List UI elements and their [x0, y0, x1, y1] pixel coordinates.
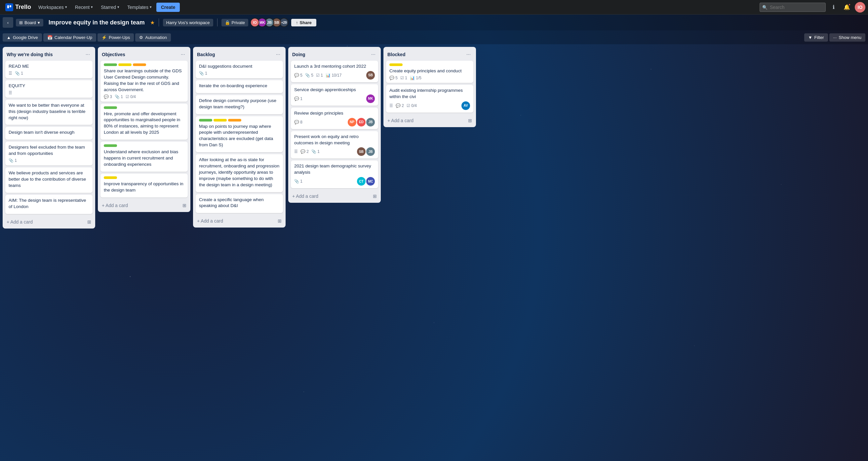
starred-menu-button[interactable]: Starred ▾ [97, 3, 123, 12]
card[interactable]: Audit existing internship programmes wit… [386, 85, 473, 112]
card-meta: 💬 5☑ 1📊 1/5 [390, 76, 422, 80]
card-title: Iterate the on-boarding experience [199, 83, 280, 89]
board-type-label: Board [25, 20, 36, 25]
filter-button[interactable]: ▼ Filter [804, 33, 828, 42]
card[interactable]: READ ME✎☰📎 1 [5, 61, 93, 78]
card[interactable]: Create a specific language when speaking… [196, 194, 283, 213]
back-button[interactable]: ‹ [3, 17, 13, 28]
automation-button[interactable]: ⚙ Automation [135, 33, 171, 42]
card-avatar[interactable]: MC [366, 177, 375, 186]
card-title: Share our learnings outside of the GDS U… [104, 68, 184, 93]
card[interactable]: AIM: The design team is representative o… [5, 195, 93, 214]
powerups-label: Power-Ups [109, 35, 130, 40]
card[interactable]: Service design apprenticeships✎💬 1MK [291, 84, 378, 106]
card-title: We want to be better than everyone at th… [9, 102, 89, 121]
card[interactable]: Designers feel excluded from the team an… [5, 142, 93, 165]
column-menu-button[interactable]: ··· [180, 50, 186, 59]
svg-rect-0 [7, 5, 9, 8]
user-avatar-button[interactable]: IO [855, 2, 865, 12]
card[interactable]: Improve transparency of opportunities in… [100, 174, 188, 197]
board-type-menu-button[interactable]: ⊞ Board ▾ [16, 19, 43, 26]
column-menu-button[interactable]: ··· [84, 50, 91, 59]
column-menu-button[interactable]: ··· [275, 50, 282, 59]
member-avatar[interactable]: IO [250, 18, 259, 27]
column-cards-objectives: Share our learnings outside of the GDS U… [98, 61, 190, 200]
svg-rect-1 [9, 5, 11, 7]
card[interactable]: EQUITY✎☰ [5, 80, 93, 98]
notification-button[interactable]: 🔔 [842, 2, 852, 12]
search-input[interactable] [760, 3, 826, 12]
card[interactable]: We believe products and services are bet… [5, 167, 93, 193]
show-menu-button[interactable]: ··· Show menu [829, 33, 866, 42]
card[interactable]: Iterate the on-boarding experience✎ [196, 80, 283, 93]
share-button[interactable]: ↑ Share [291, 19, 316, 26]
workspaces-menu-button[interactable]: Workspaces ▾ [35, 3, 70, 12]
recent-menu-button[interactable]: Recent ▾ [72, 3, 96, 12]
card[interactable]: Hire, promote and offer development oppo… [100, 104, 188, 140]
card[interactable]: After looking at the as-is state for rec… [196, 154, 283, 192]
card-avatar[interactable]: CT [357, 177, 366, 186]
board-content: Why we're doing this···READ ME✎☰📎 1EQUIT… [0, 44, 868, 461]
add-card-button[interactable]: + Add a card [386, 117, 415, 125]
column-menu-button[interactable]: ··· [465, 50, 472, 59]
card-avatars: SB [366, 71, 375, 79]
card-avatar[interactable]: AV [461, 101, 470, 110]
add-from-template-button[interactable]: ⊞ [372, 192, 378, 200]
card[interactable]: Map on points to journey map where peopl… [196, 116, 283, 153]
card-meta: 📎 1 [294, 179, 303, 184]
add-card-button[interactable]: + Add a card [100, 201, 129, 209]
meta-comment: 💬 3 [104, 94, 112, 99]
powerups-button[interactable]: ⚡ Power-Ups [97, 33, 134, 42]
card[interactable]: Launch a 3rd mentoring cohort 2022✎💬 5📎 … [291, 61, 378, 82]
card-labels [390, 63, 470, 66]
card-avatar[interactable]: ED [357, 118, 366, 127]
card-footer: 💬 3📎 1☑ 0/4 [104, 94, 184, 99]
automation-label: Automation [145, 35, 167, 40]
card[interactable]: We want to be better than everyone at th… [5, 100, 93, 125]
add-from-template-button[interactable]: ⊞ [86, 218, 93, 226]
card[interactable]: Share our learnings outside of the GDS U… [100, 61, 188, 102]
card-avatar[interactable]: JB [366, 147, 375, 156]
meta-progress: 📊 10/17 [326, 73, 341, 77]
card-avatar[interactable]: JB [366, 118, 375, 127]
card[interactable]: Review design principles✎💬 8NPEDJB [291, 108, 378, 129]
card[interactable]: 2021 design team demographic survey anal… [291, 161, 378, 188]
column-cards-blocked: Create equity principles and conduct✎💬 5… [383, 61, 476, 115]
share-label: Share [300, 20, 312, 25]
add-card-button[interactable]: + Add a card [5, 218, 34, 226]
board-star-button[interactable]: ★ [150, 20, 155, 26]
add-from-template-button[interactable]: ⊞ [467, 117, 473, 125]
add-card-button[interactable]: + Add a card [196, 217, 224, 225]
card-avatar[interactable]: NP [348, 118, 356, 127]
card-avatar[interactable]: MK [366, 94, 375, 103]
privacy-button[interactable]: 🔒 Private [221, 19, 248, 26]
card-meta: 📎 1 [9, 158, 17, 163]
card[interactable]: Create equity principles and conduct✎💬 5… [386, 61, 473, 83]
calendar-button[interactable]: 📅 Calendar Power-Up [43, 33, 96, 42]
workspace-button[interactable]: Harry Vos's workspace [163, 19, 213, 26]
meta-checklist: ☰ [9, 91, 12, 95]
meta-checklist-box: ☑ 0/4 [407, 103, 417, 108]
card[interactable]: Understand where exclusion and bias happ… [100, 142, 188, 172]
board-title[interactable]: Improve equity in the design team [46, 18, 148, 27]
card-title: Designers feel excluded from the team an… [9, 144, 89, 157]
app-logo[interactable]: Trello [3, 2, 34, 12]
add-card-button[interactable]: + Add a card [291, 192, 320, 200]
column-menu-button[interactable]: ··· [370, 50, 377, 59]
column-objectives: Objectives···Share our learnings outside… [98, 47, 190, 212]
meta-progress: 📊 1/5 [410, 76, 422, 80]
card[interactable]: Design team isn't diverse enough✎ [5, 127, 93, 140]
card-avatar[interactable]: SB [366, 71, 375, 79]
add-from-template-button[interactable]: ⊞ [276, 217, 283, 225]
create-button[interactable]: Create [156, 3, 180, 12]
add-from-template-button[interactable]: ⊞ [181, 201, 188, 209]
card[interactable]: D&I suggestions document✎📎 1 [196, 61, 283, 78]
column-header-blocked: Blocked··· [383, 47, 476, 61]
templates-menu-button[interactable]: Templates ▾ [124, 3, 155, 12]
google-drive-button[interactable]: ▲ Google Drive [3, 33, 42, 42]
info-button[interactable]: ℹ [828, 2, 839, 12]
card-avatar[interactable]: SB [357, 147, 366, 156]
card-title: Service design apprenticeships [294, 87, 375, 93]
card[interactable]: Define design community purpose (use des… [196, 95, 283, 114]
card[interactable]: Present work on equity and retro outcome… [291, 131, 378, 159]
